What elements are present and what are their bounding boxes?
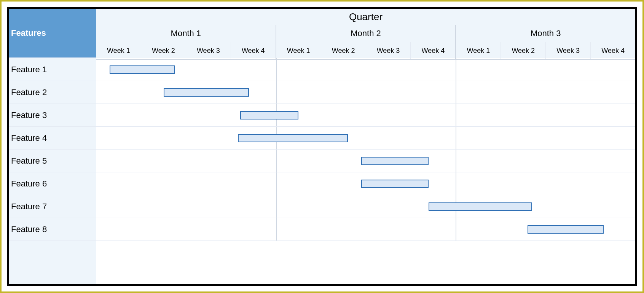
month-header: Month 2	[276, 25, 456, 42]
feature-row-label: Feature 1	[9, 58, 96, 81]
gantt-row: Feature 3	[9, 104, 635, 127]
week-header: Week 3	[366, 42, 411, 59]
row-timeline	[96, 104, 635, 126]
gantt-row: Feature 7	[9, 195, 635, 218]
week-header: Week 4	[591, 42, 635, 59]
gantt-row: Feature 8	[9, 218, 635, 241]
gantt-bar	[110, 65, 175, 74]
month-divider	[276, 150, 277, 172]
week-header: Week 3	[186, 42, 231, 59]
row-timeline	[96, 58, 635, 81]
month-divider	[456, 172, 456, 195]
features-column-fill	[9, 241, 96, 284]
row-timeline	[96, 81, 635, 104]
gantt-bar	[240, 111, 298, 119]
month-header: Month 3	[456, 25, 635, 42]
feature-row-label: Feature 2	[9, 81, 96, 104]
week-header: Week 3	[546, 42, 591, 59]
gantt-row: Feature 4	[9, 127, 635, 150]
month-divider	[456, 218, 456, 240]
week-header: Week 2	[141, 42, 186, 59]
gantt-row: Feature 1	[9, 58, 635, 81]
feature-row-label: Feature 8	[9, 218, 96, 240]
feature-row-label: Feature 4	[9, 127, 96, 149]
gantt-bar	[528, 225, 604, 234]
features-column-header: Features	[9, 9, 96, 58]
row-timeline	[96, 218, 635, 240]
week-header: Week 4	[411, 42, 456, 59]
gantt-row: Feature 2	[9, 81, 635, 104]
months-header-row: Month 1Month 2Month 3	[96, 25, 635, 42]
gantt-bar	[361, 157, 429, 165]
month-divider	[456, 81, 456, 104]
gantt-row: Feature 6	[9, 172, 635, 195]
outer-border: Features Quarter Month 1Month 2Month 3 W…	[0, 0, 644, 293]
month-divider	[456, 127, 456, 149]
feature-row-label: Feature 6	[9, 172, 96, 195]
month-divider	[456, 58, 456, 81]
week-header: Week 4	[231, 42, 276, 59]
month-divider	[456, 104, 456, 126]
row-timeline	[96, 172, 635, 195]
week-header: Week 2	[501, 42, 546, 59]
gantt-bar	[238, 134, 348, 142]
week-header: Week 1	[456, 42, 501, 59]
gantt-body: Feature 1Feature 2Feature 3Feature 4Feat…	[9, 58, 635, 284]
month-header: Month 1	[96, 25, 276, 42]
week-header: Week 2	[321, 42, 366, 59]
row-timeline	[96, 127, 635, 149]
week-header: Week 1	[96, 42, 141, 59]
row-timeline	[96, 150, 635, 172]
weeks-header-row: Week 1Week 2Week 3Week 4Week 1Week 2Week…	[96, 42, 635, 60]
quarter-header: Quarter	[96, 9, 635, 25]
month-divider	[456, 150, 456, 172]
row-timeline	[96, 195, 635, 218]
feature-row-label: Feature 5	[9, 150, 96, 172]
gantt-bar	[429, 202, 532, 211]
feature-row-label: Feature 7	[9, 195, 96, 218]
week-header: Week 1	[276, 42, 321, 59]
gantt-bar	[361, 180, 429, 188]
feature-row-label: Feature 3	[9, 104, 96, 126]
month-divider	[276, 172, 277, 195]
month-divider	[276, 81, 277, 104]
month-divider	[276, 218, 277, 240]
gantt-frame: Features Quarter Month 1Month 2Month 3 W…	[7, 7, 637, 286]
gantt-bar	[164, 88, 249, 97]
month-divider	[276, 58, 277, 81]
month-divider	[276, 195, 277, 218]
timeline-header: Quarter Month 1Month 2Month 3 Week 1Week…	[96, 9, 635, 58]
gantt-row: Feature 5	[9, 150, 635, 172]
